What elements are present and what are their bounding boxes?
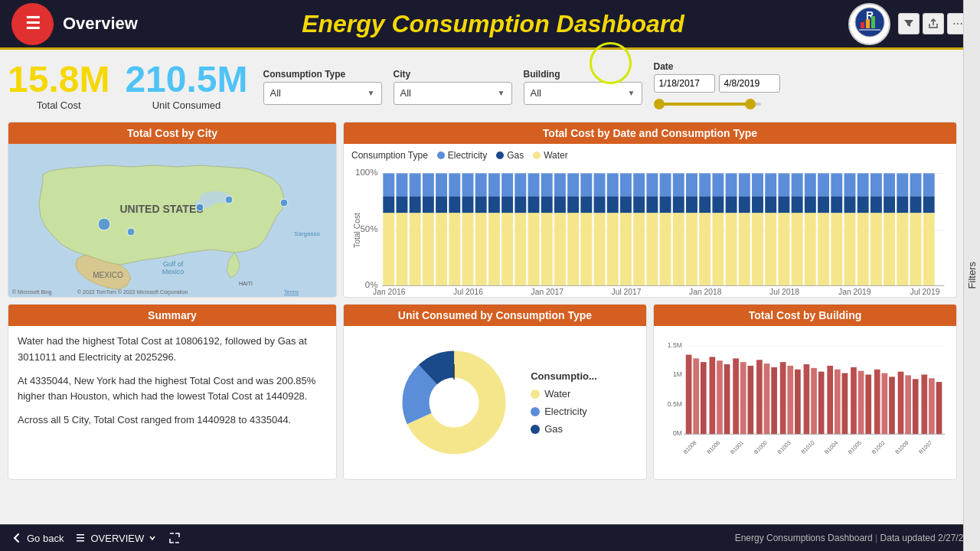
- bar-chart-panel-body: Consumption Type Electricity Gas: [344, 144, 956, 297]
- svg-rect-143: [871, 173, 882, 196]
- svg-rect-44: [436, 173, 447, 196]
- svg-rect-60: [514, 213, 526, 285]
- date-slider-thumb-right[interactable]: [745, 99, 756, 109]
- svg-rect-125: [792, 173, 803, 196]
- building-arrow: ▼: [628, 89, 635, 97]
- svg-rect-106: [712, 196, 724, 213]
- svg-rect-119: [765, 173, 776, 196]
- legend-consumption-type-label: Consumption Type: [351, 150, 428, 161]
- svg-text:Jul 2019: Jul 2019: [910, 288, 940, 296]
- legend-gas: Gas: [496, 150, 524, 161]
- svg-rect-48: [462, 213, 474, 285]
- svg-rect-197: [827, 366, 833, 434]
- date-slider-thumb-left[interactable]: [654, 99, 665, 109]
- consumption-type-select[interactable]: All ▼: [263, 82, 382, 105]
- svg-rect-208: [913, 379, 919, 434]
- charts-grid: Total Cost by City: [8, 122, 957, 517]
- svg-text:Jan 2016: Jan 2016: [373, 288, 406, 296]
- svg-rect-94: [660, 196, 671, 213]
- svg-rect-132: [831, 213, 842, 285]
- back-label: Go back: [27, 533, 64, 544]
- svg-text:UNITED STATES: UNITED STATES: [119, 203, 203, 215]
- filter-icon-btn[interactable]: [898, 13, 920, 34]
- svg-rect-120: [778, 213, 789, 285]
- back-button[interactable]: Go back: [11, 533, 64, 544]
- share-icon-btn[interactable]: [923, 13, 944, 34]
- total-cost-label: Total Cost: [37, 99, 81, 111]
- consumption-type-filter: Consumption Type All ▼: [263, 69, 382, 105]
- svg-rect-35: [397, 173, 408, 196]
- svg-text:B1006: B1006: [705, 439, 721, 455]
- svg-rect-78: [594, 213, 606, 285]
- svg-rect-207: [905, 375, 911, 434]
- svg-rect-135: [844, 213, 856, 285]
- svg-rect-77: [580, 173, 592, 196]
- building-panel-body: 1.5M 1M 0.5M 0M: [654, 326, 956, 479]
- expand-icon[interactable]: [168, 531, 181, 545]
- svg-rect-80: [594, 173, 606, 196]
- svg-text:1M: 1M: [673, 370, 682, 378]
- donut-legend: Consumptio... Water Electricity: [531, 370, 597, 435]
- filters-sidebar[interactable]: Filters: [963, 0, 980, 551]
- svg-rect-179: [686, 355, 692, 435]
- svg-rect-59: [501, 173, 513, 196]
- updated-text: Data updated 2/27/22: [880, 533, 969, 543]
- svg-rect-121: [778, 196, 789, 213]
- date-label: Date: [654, 61, 780, 72]
- donut-legend-gas: Gas: [531, 423, 597, 435]
- svg-rect-92: [646, 173, 658, 196]
- svg-rect-204: [882, 373, 888, 435]
- svg-rect-110: [726, 173, 737, 196]
- svg-rect-200: [851, 367, 857, 435]
- svg-rect-104: [699, 173, 710, 196]
- svg-rect-141: [871, 213, 882, 285]
- status-text: Energy Consumptions Dashboard: [735, 533, 873, 543]
- svg-rect-123: [792, 213, 803, 285]
- donut-panel-body: Consumptio... Water Electricity: [344, 326, 646, 479]
- svg-text:B1002: B1002: [871, 439, 887, 455]
- svg-rect-33: [397, 213, 408, 285]
- bar-chart-legend: Consumption Type Electricity Gas: [351, 148, 949, 163]
- bar-chart-svg: 100% 50% 0% Total Cost: [351, 163, 949, 297]
- brand-logo: R: [848, 3, 890, 45]
- legend-gas-label: Gas: [507, 150, 524, 161]
- svg-rect-42: [436, 213, 447, 285]
- svg-rect-100: [686, 196, 697, 213]
- date-end-input[interactable]: 4/8/2019: [719, 74, 780, 93]
- svg-rect-30: [383, 213, 394, 285]
- svg-rect-107: [712, 173, 724, 196]
- donut-legend-electricity: Electricity: [531, 406, 597, 417]
- date-start-input[interactable]: 1/18/2017: [654, 74, 715, 93]
- content-area: 15.8M Total Cost 210.5M Unit Consumed Co…: [0, 50, 980, 524]
- svg-text:HAITI: HAITI: [239, 281, 253, 286]
- svg-text:Mexico: Mexico: [162, 268, 185, 276]
- svg-point-19: [280, 199, 288, 207]
- map-panel-header: Total Cost by City: [8, 122, 336, 144]
- donut-legend-title: Consumptio...: [531, 370, 597, 382]
- svg-rect-155: [923, 173, 935, 196]
- overview-button[interactable]: OVERVIEW: [75, 533, 156, 544]
- svg-rect-211: [936, 382, 942, 434]
- svg-rect-56: [488, 173, 500, 196]
- svg-rect-53: [475, 173, 487, 196]
- date-slider[interactable]: [654, 96, 761, 112]
- svg-rect-118: [765, 196, 776, 213]
- svg-rect-188: [756, 360, 763, 434]
- city-arrow: ▼: [498, 89, 505, 97]
- svg-rect-97: [673, 196, 684, 213]
- city-select[interactable]: All ▼: [394, 82, 512, 105]
- legend-gas-dot: [496, 152, 504, 159]
- svg-rect-50: [462, 173, 474, 196]
- building-select[interactable]: All ▼: [524, 82, 642, 105]
- brand-logo-text: R: [854, 7, 885, 41]
- donut-gas-dot: [531, 425, 540, 434]
- svg-rect-182: [710, 357, 716, 434]
- total-cost-value: 15.8M: [8, 61, 109, 98]
- svg-rect-185: [733, 358, 739, 434]
- bar-chart-panel-header: Total Cost by Date and Consumption Type: [344, 122, 956, 144]
- svg-rect-205: [889, 377, 895, 434]
- donut-container: Consumptio... Water Electricity: [344, 326, 646, 479]
- svg-rect-79: [594, 196, 606, 213]
- menu-button[interactable]: ☰: [11, 3, 54, 45]
- svg-rect-129: [818, 213, 829, 285]
